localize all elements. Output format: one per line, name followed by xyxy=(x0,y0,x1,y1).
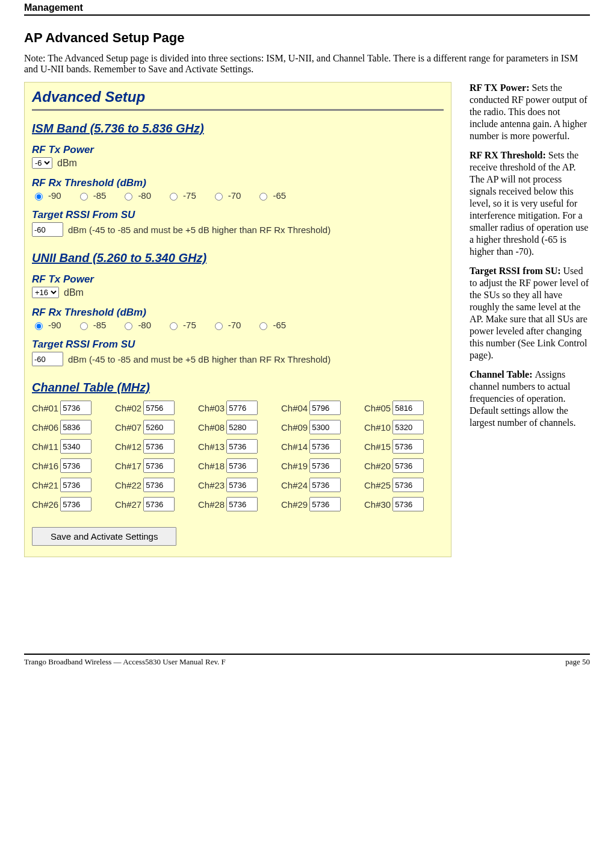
rx-threshold-option[interactable]: -70 xyxy=(212,320,241,330)
rx-threshold-option[interactable]: -85 xyxy=(77,190,107,201)
channel-cell: Ch#21 xyxy=(32,478,99,492)
ism-rssi-label: Target RSSI From SU xyxy=(32,209,444,221)
channel-input[interactable] xyxy=(392,401,424,415)
channel-input[interactable] xyxy=(226,458,258,473)
channel-input[interactable] xyxy=(143,458,175,473)
rx-threshold-radio[interactable] xyxy=(259,193,267,201)
channel-input[interactable] xyxy=(60,478,91,492)
channel-cell: Ch#17 xyxy=(115,458,182,473)
channel-input[interactable] xyxy=(226,439,258,454)
ism-tx-unit: dBm xyxy=(57,158,77,169)
channel-input[interactable] xyxy=(60,497,91,511)
channel-label: Ch#17 xyxy=(115,461,141,471)
channel-input[interactable] xyxy=(143,401,175,415)
rx-threshold-radio[interactable] xyxy=(125,193,132,201)
channel-input[interactable] xyxy=(309,439,341,454)
rx-threshold-radio[interactable] xyxy=(125,322,132,330)
rx-threshold-option[interactable]: -90 xyxy=(32,190,61,201)
channel-input[interactable] xyxy=(309,420,341,434)
rx-threshold-radio[interactable] xyxy=(170,322,178,330)
channel-cell: Ch#29 xyxy=(281,497,349,511)
channel-cell: Ch#12 xyxy=(115,439,182,454)
channel-cell: Ch#22 xyxy=(115,478,182,492)
channel-cell: Ch#02 xyxy=(115,401,182,415)
rx-threshold-value: -90 xyxy=(48,320,61,330)
rx-threshold-option[interactable]: -80 xyxy=(122,320,151,330)
channel-input[interactable] xyxy=(309,458,341,473)
channel-input[interactable] xyxy=(60,458,91,473)
rx-threshold-option[interactable]: -85 xyxy=(77,320,107,330)
rx-threshold-option[interactable]: -65 xyxy=(256,190,286,201)
channel-label: Ch#10 xyxy=(364,422,391,432)
channel-label: Ch#18 xyxy=(198,461,225,471)
channel-input[interactable] xyxy=(392,420,424,434)
channel-label: Ch#21 xyxy=(32,480,58,490)
channel-cell: Ch#15 xyxy=(364,439,432,454)
channel-input[interactable] xyxy=(143,478,175,492)
channel-input[interactable] xyxy=(392,478,424,492)
channel-input[interactable] xyxy=(226,497,258,511)
rx-threshold-option[interactable]: -65 xyxy=(256,320,286,330)
unii-rx-label: RF Rx Threshold (dBm) xyxy=(32,307,444,319)
channel-cell: Ch#23 xyxy=(198,478,265,492)
rx-threshold-option[interactable]: -75 xyxy=(167,190,196,201)
unii-tx-unit: dBm xyxy=(64,287,84,298)
rx-threshold-option[interactable]: -70 xyxy=(212,190,241,201)
footer-left: Trango Broadband Wireless — Access5830 U… xyxy=(24,657,226,667)
channel-label: Ch#22 xyxy=(115,480,141,490)
rx-threshold-value: -75 xyxy=(183,320,196,330)
channel-input[interactable] xyxy=(392,497,424,511)
rx-threshold-value: -70 xyxy=(228,320,241,330)
channel-cell: Ch#25 xyxy=(364,478,432,492)
advanced-setup-panel: Advanced Setup ISM Band (5.736 to 5.836 … xyxy=(24,82,451,557)
rx-threshold-radio[interactable] xyxy=(35,193,43,201)
channel-input[interactable] xyxy=(226,478,258,492)
channel-label: Ch#11 xyxy=(32,442,58,452)
unii-tx-label: RF Tx Power xyxy=(32,273,444,286)
channel-label: Ch#12 xyxy=(115,442,141,452)
rx-threshold-radio[interactable] xyxy=(35,322,43,330)
channel-input[interactable] xyxy=(60,439,91,454)
rx-threshold-radio[interactable] xyxy=(215,193,223,201)
channel-label: Ch#19 xyxy=(281,461,308,471)
intro-note: Note: The Advanced Setup page is divided… xyxy=(24,53,590,75)
rx-threshold-option[interactable]: -90 xyxy=(32,320,61,330)
channel-input[interactable] xyxy=(392,458,424,473)
channel-label: Ch#20 xyxy=(364,461,391,471)
channel-input[interactable] xyxy=(226,420,258,434)
channel-cell: Ch#28 xyxy=(198,497,265,511)
unii-tx-power-select[interactable]: +16 xyxy=(32,287,59,298)
channel-cell: Ch#04 xyxy=(281,401,349,415)
channel-input[interactable] xyxy=(309,497,341,511)
rx-threshold-radio[interactable] xyxy=(170,193,178,201)
rx-threshold-radio[interactable] xyxy=(259,322,267,330)
channel-input[interactable] xyxy=(60,420,91,434)
channel-input[interactable] xyxy=(309,401,341,415)
channel-label: Ch#09 xyxy=(281,422,308,432)
channel-input[interactable] xyxy=(392,439,424,454)
channel-cell: Ch#14 xyxy=(281,439,349,454)
rx-threshold-value: -65 xyxy=(273,320,286,330)
ism-rssi-input[interactable] xyxy=(32,222,63,237)
channel-input[interactable] xyxy=(309,478,341,492)
channel-label: Ch#06 xyxy=(32,422,58,432)
channel-label: Ch#01 xyxy=(32,403,58,413)
channel-table-title: Channel Table (MHz) xyxy=(32,381,444,395)
channel-input[interactable] xyxy=(143,439,175,454)
rx-threshold-value: -70 xyxy=(228,190,241,201)
rx-threshold-option[interactable]: -75 xyxy=(167,320,196,330)
channel-input[interactable] xyxy=(143,497,175,511)
rx-threshold-radio[interactable] xyxy=(80,322,88,330)
channel-input[interactable] xyxy=(60,401,91,415)
rx-threshold-option[interactable]: -80 xyxy=(122,190,151,201)
unii-rssi-input[interactable] xyxy=(32,352,63,366)
channel-input[interactable] xyxy=(226,401,258,415)
ism-tx-power-select[interactable]: -6 xyxy=(32,157,52,169)
save-activate-button[interactable]: Save and Activate Settings xyxy=(32,527,176,546)
unii-rssi-hint: dBm (-45 to -85 and must be +5 dB higher… xyxy=(68,354,330,364)
rx-threshold-radio[interactable] xyxy=(215,322,223,330)
rx-threshold-radio[interactable] xyxy=(80,193,88,201)
ism-rx-label: RF Rx Threshold (dBm) xyxy=(32,177,444,189)
channel-input[interactable] xyxy=(143,420,175,434)
rx-threshold-value: -85 xyxy=(93,320,107,330)
